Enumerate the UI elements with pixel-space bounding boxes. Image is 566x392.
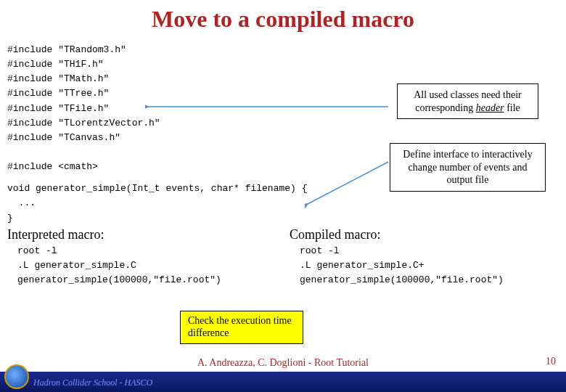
compiled-column: Compiled macro: root -l .L generator_sim… <box>290 227 559 287</box>
slide-title: Move to a compiled macro <box>0 0 566 43</box>
arrow-to-interface <box>305 159 392 208</box>
svg-line-1 <box>308 162 388 204</box>
compiled-code: root -l .L generator_simple.C+ generator… <box>290 244 559 287</box>
page-number: 10 <box>546 356 556 367</box>
check-time-note: Check the execution time difference <box>180 311 303 344</box>
credit-line: A. Andreazza, C. Doglioni - Root Tutoria… <box>0 357 566 369</box>
callout-headers: All used classes need their correspondin… <box>397 83 538 119</box>
arrow-to-headers <box>145 102 392 111</box>
footer-text: Hadron Collider School - HASCO <box>33 377 152 388</box>
interpreted-code: root -l .L generator_simple.C generator_… <box>7 244 276 287</box>
callout-interface: Define interface to interactively change… <box>390 143 546 192</box>
eu-logo <box>4 364 29 389</box>
interpreted-heading: Interpreted macro: <box>7 227 276 242</box>
interpreted-column: Interpreted macro: root -l .L generator_… <box>7 227 276 287</box>
compiled-heading: Compiled macro: <box>290 227 559 242</box>
